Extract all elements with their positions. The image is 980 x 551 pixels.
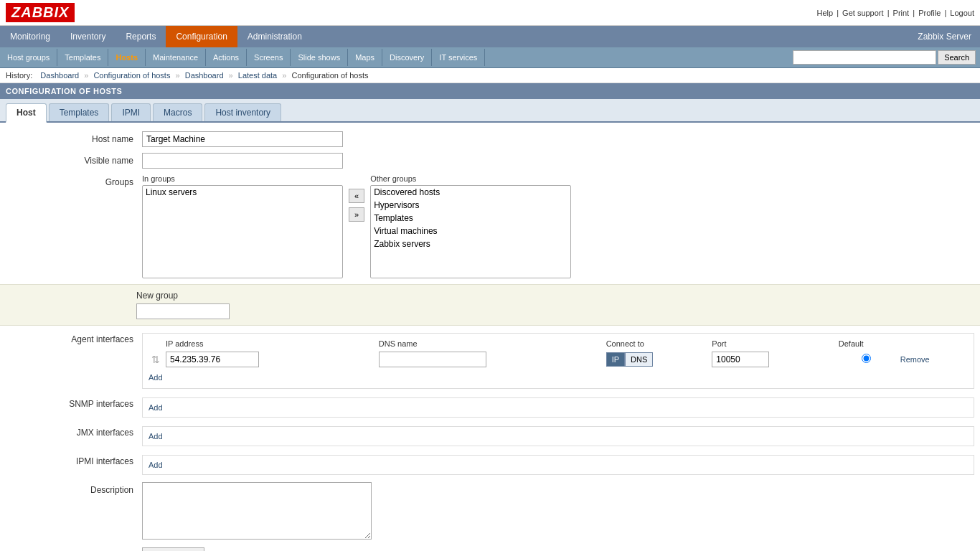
breadcrumb-dashboard1[interactable]: Dashboard — [40, 71, 79, 80]
sub-hosts[interactable]: Hosts — [108, 49, 146, 66]
agent-interfaces-label: Agent interfaces — [6, 331, 142, 344]
connect-ip-btn[interactable]: IP — [606, 352, 625, 367]
other-group-option-3[interactable]: Templates — [371, 212, 570, 225]
default-radio[interactable] — [862, 354, 871, 363]
description-textarea[interactable] — [142, 482, 372, 540]
nav-administration[interactable]: Administration — [237, 26, 312, 47]
agent-interfaces-box: IP address DNS name Connect to Port Defa… — [142, 333, 974, 389]
sub-maps[interactable]: Maps — [348, 49, 382, 66]
default-header: Default — [836, 338, 897, 349]
snmp-add-link[interactable]: Add — [149, 403, 163, 412]
other-group-option-4[interactable]: Virtual machines — [371, 225, 570, 237]
other-group-option-5[interactable]: Zabbix servers — [371, 237, 570, 250]
sub-it-services[interactable]: IT services — [432, 49, 485, 66]
breadcrumb-config-hosts2: Configuration of hosts — [291, 71, 368, 80]
agent-interface-row: ⇅ IP DNS Re — [149, 349, 968, 369]
sub-screens[interactable]: Screens — [247, 49, 291, 66]
description-row: Description — [0, 482, 980, 542]
new-group-area: New group — [0, 284, 980, 326]
ip-address-header: IP address — [163, 338, 362, 349]
breadcrumb-config-hosts1[interactable]: Configuration of hosts — [93, 71, 170, 80]
tabs-container: Host Templates IPMI Macros Host inventor… — [0, 99, 980, 123]
groups-label: Groups — [6, 174, 142, 187]
ipmi-interfaces-row: IPMI interfaces Add — [0, 453, 980, 476]
tab-host[interactable]: Host — [6, 103, 47, 123]
agent-interfaces-row: Agent interfaces IP address DNS name Con… — [0, 329, 980, 393]
connect-dns-btn[interactable]: DNS — [625, 352, 653, 367]
visible-name-label: Visible name — [6, 153, 142, 166]
tab-ipmi[interactable]: IPMI — [111, 103, 151, 121]
other-group-option-1[interactable]: Discovered hosts — [371, 186, 570, 199]
tab-templates[interactable]: Templates — [49, 103, 110, 121]
print-link[interactable]: Print — [893, 9, 910, 17]
other-groups-list[interactable]: Discovered hosts Hypervisors Templates V… — [370, 185, 571, 278]
transfer-right-btn[interactable]: » — [349, 207, 364, 222]
connect-to-header: Connect to — [603, 338, 710, 349]
agent-add-link[interactable]: Add — [149, 373, 163, 382]
ipmi-add-link[interactable]: Add — [149, 461, 163, 469]
remove-link[interactable]: Remove — [900, 355, 930, 364]
nav-monitoring[interactable]: Monitoring — [0, 26, 60, 47]
snmp-interfaces-label: SNMP interfaces — [6, 396, 142, 409]
tab-macros[interactable]: Macros — [153, 103, 202, 121]
nav-inventory[interactable]: Inventory — [60, 26, 116, 47]
tab-host-inventory[interactable]: Host inventory — [204, 103, 281, 121]
sub-slide-shows[interactable]: Slide shows — [291, 49, 348, 66]
in-groups-wrap: In groups Linux servers — [142, 174, 343, 278]
ip-address-input[interactable] — [166, 352, 259, 367]
main-navigation: Monitoring Inventory Reports Configurati… — [0, 26, 980, 47]
sub-discovery[interactable]: Discovery — [382, 49, 432, 66]
proxy-select[interactable]: (no proxy) — [142, 547, 204, 551]
breadcrumb-latest-data[interactable]: Latest data — [238, 71, 277, 80]
top-links: Help | Get support | Print | Profile | L… — [816, 9, 974, 17]
port-input[interactable] — [712, 352, 769, 367]
jmx-add-link[interactable]: Add — [149, 432, 163, 441]
profile-link[interactable]: Profile — [918, 9, 941, 17]
proxy-row: Monitored by proxy (no proxy) — [0, 547, 980, 551]
port-header: Port — [709, 338, 835, 349]
help-link[interactable]: Help — [816, 9, 833, 17]
visible-name-input[interactable] — [142, 153, 343, 169]
host-name-label: Host name — [6, 131, 142, 144]
nav-reports[interactable]: Reports — [116, 26, 166, 47]
sub-templates[interactable]: Templates — [57, 49, 108, 66]
jmx-interfaces-row: JMX interfaces Add — [0, 425, 980, 448]
zabbix-logo: ZABBIX — [6, 3, 75, 22]
other-group-option-2[interactable]: Hypervisors — [371, 199, 570, 212]
transfer-buttons: « » — [349, 174, 364, 222]
other-groups-wrap: Other groups Discovered hosts Hypervisor… — [370, 174, 571, 278]
jmx-interfaces-label: JMX interfaces — [6, 425, 142, 438]
other-groups-label: Other groups — [370, 174, 571, 183]
server-name: Zabbix Server — [909, 26, 980, 47]
description-label: Description — [6, 482, 142, 495]
sub-maintenance[interactable]: Maintenance — [146, 49, 206, 66]
logout-link[interactable]: Logout — [950, 9, 974, 17]
host-name-input[interactable] — [142, 131, 343, 147]
dns-name-input[interactable] — [379, 352, 486, 367]
search-area: Search — [788, 47, 980, 67]
host-name-row: Host name — [0, 131, 980, 147]
get-support-link[interactable]: Get support — [842, 9, 883, 17]
section-header: CONFIGURATION OF HOSTS — [0, 83, 980, 99]
snmp-interfaces-row: SNMP interfaces Add — [0, 396, 980, 419]
groups-row: Groups In groups Linux servers « » Other… — [0, 174, 980, 278]
new-group-input[interactable] — [136, 303, 230, 319]
sub-navigation: Host groups Templates Hosts Maintenance … — [0, 47, 980, 68]
breadcrumb-dashboard2[interactable]: Dashboard — [185, 71, 224, 80]
drag-handle[interactable]: ⇅ — [151, 354, 160, 365]
ipmi-interfaces-label: IPMI interfaces — [6, 453, 142, 466]
in-groups-list[interactable]: Linux servers — [142, 185, 343, 278]
sub-actions[interactable]: Actions — [206, 49, 247, 66]
transfer-left-btn[interactable]: « — [349, 189, 364, 203]
dns-name-header: DNS name — [376, 338, 603, 349]
search-input[interactable] — [793, 50, 936, 65]
in-group-option[interactable]: Linux servers — [143, 186, 342, 199]
nav-configuration[interactable]: Configuration — [166, 26, 237, 47]
sub-host-groups[interactable]: Host groups — [0, 49, 57, 66]
search-button[interactable]: Search — [938, 50, 976, 65]
agent-interfaces-table: IP address DNS name Connect to Port Defa… — [149, 338, 968, 369]
in-groups-label: In groups — [142, 174, 343, 183]
form-area: Host name Visible name Groups In groups … — [0, 123, 980, 551]
breadcrumb-history: History: — [6, 71, 32, 80]
snmp-interfaces-box: Add — [142, 397, 974, 418]
